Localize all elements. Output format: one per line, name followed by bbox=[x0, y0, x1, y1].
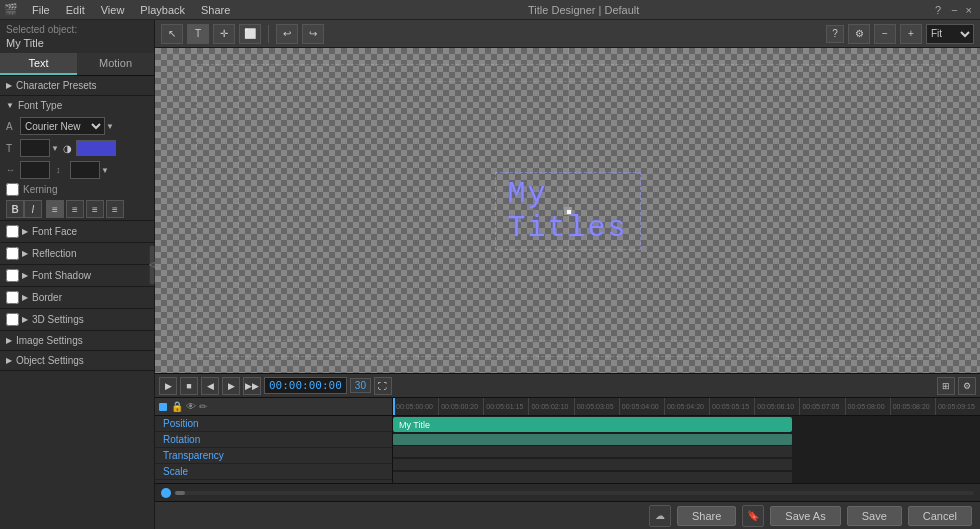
border-header[interactable]: ▶ Border bbox=[0, 287, 154, 308]
image-settings-header[interactable]: ▶ Image Settings bbox=[0, 331, 154, 350]
eye-icon[interactable]: 👁 bbox=[186, 401, 196, 412]
border-label: Border bbox=[32, 292, 62, 303]
timeline-body: 🔒 👁 ✏ Position Rotation Transparency bbox=[155, 398, 980, 483]
save-button[interactable]: Save bbox=[847, 506, 902, 526]
tool-settings[interactable]: ⚙ bbox=[848, 24, 870, 44]
rotation-row: Rotation bbox=[155, 432, 392, 448]
scale-row: Scale bbox=[155, 464, 392, 480]
timeline-ruler: 00:05:00:00 00:05:00:20 00:05:01:15 00:0… bbox=[393, 398, 980, 416]
timeline-tracks[interactable]: 00:05:00:00 00:05:00:20 00:05:01:15 00:0… bbox=[393, 398, 980, 483]
playhead[interactable] bbox=[393, 398, 395, 415]
cancel-button[interactable]: Cancel bbox=[908, 506, 972, 526]
position-track[interactable] bbox=[393, 434, 792, 445]
timeline: ▶ ■ ◀ ▶ ▶▶ 00:00:00:00 30 ⛶ ⊞ ⚙ bbox=[155, 373, 980, 501]
save-as-button[interactable]: Save As bbox=[770, 506, 840, 526]
close-icon[interactable]: × bbox=[962, 4, 976, 16]
next-frame-button[interactable]: ▶ bbox=[222, 377, 240, 395]
timeline-position-dot[interactable] bbox=[161, 488, 171, 498]
tl-settings-button[interactable]: ⚙ bbox=[958, 377, 976, 395]
arrow-icon-object: ▶ bbox=[6, 356, 12, 365]
tab-motion[interactable]: Motion bbox=[77, 53, 154, 75]
canvas-area[interactable]: My Titles bbox=[155, 48, 980, 373]
tool-help[interactable]: ? bbox=[826, 25, 844, 43]
timeline-scrollbar[interactable] bbox=[175, 491, 974, 495]
tool-zoom-out[interactable]: − bbox=[874, 24, 896, 44]
align-right-button[interactable]: ≡ bbox=[86, 200, 104, 218]
tracking-arrow: ▼ bbox=[101, 166, 109, 175]
toolbar: ↖ T ✛ ⬜ ↩ ↪ ? ⚙ − + Fit 25% 50% 75% 100% bbox=[155, 20, 980, 48]
tracking-x-input[interactable]: 0 bbox=[20, 161, 50, 179]
italic-button[interactable]: I bbox=[24, 200, 42, 218]
menu-share[interactable]: Share bbox=[193, 4, 238, 16]
font-face-header[interactable]: ▶ Font Face bbox=[0, 221, 154, 242]
align-justify-button[interactable]: ≡ bbox=[106, 200, 124, 218]
ruler-mark-11: 00:05:08:20 bbox=[890, 398, 935, 415]
timecode-display[interactable]: 00:00:00:00 bbox=[264, 377, 347, 394]
font-family-select[interactable]: Courier New Arial Times New Roman bbox=[20, 117, 105, 135]
fps-display[interactable]: 30 bbox=[350, 378, 371, 393]
prev-frame-button[interactable]: ◀ bbox=[201, 377, 219, 395]
main-clip[interactable]: My Title bbox=[393, 417, 792, 432]
font-color-swatch[interactable] bbox=[76, 140, 116, 156]
tracking-y-input[interactable]: 0 bbox=[70, 161, 100, 179]
scale-track[interactable] bbox=[393, 472, 792, 483]
tool-zoom-in[interactable]: + bbox=[900, 24, 922, 44]
cloud-icon-button[interactable]: ☁ bbox=[649, 505, 671, 527]
kerning-checkbox[interactable] bbox=[6, 183, 19, 196]
clip-area[interactable]: My Title bbox=[393, 416, 980, 483]
tool-text[interactable]: T bbox=[187, 24, 209, 44]
italic-icon: I bbox=[32, 204, 35, 215]
lock-icon[interactable]: 🔒 bbox=[171, 401, 183, 412]
rotation-track[interactable] bbox=[393, 446, 792, 457]
tool-redo[interactable]: ↪ bbox=[302, 24, 324, 44]
tool-undo[interactable]: ↩ bbox=[276, 24, 298, 44]
opacity-icon: ◑ bbox=[63, 143, 72, 154]
tab-text[interactable]: Text bbox=[0, 53, 77, 75]
menu-edit[interactable]: Edit bbox=[58, 4, 93, 16]
tool-select[interactable]: ↖ bbox=[161, 24, 183, 44]
zoom-select[interactable]: Fit 25% 50% 75% 100% bbox=[926, 24, 974, 44]
fast-forward-button[interactable]: ▶▶ bbox=[243, 377, 261, 395]
align-center-button[interactable]: ≡ bbox=[66, 200, 84, 218]
reflection-header[interactable]: ▶ Reflection bbox=[0, 243, 154, 264]
edit-icon[interactable]: ✏ bbox=[199, 401, 207, 412]
arrow-icon-image: ▶ bbox=[6, 336, 12, 345]
minimize-icon[interactable]: − bbox=[947, 4, 961, 16]
3d-checkbox[interactable] bbox=[6, 313, 19, 326]
ruler-mark-3: 00:05:02:10 bbox=[528, 398, 573, 415]
ruler-mark-9: 00:05:07:05 bbox=[799, 398, 844, 415]
bold-button[interactable]: B bbox=[6, 200, 24, 218]
tool-shape[interactable]: ⬜ bbox=[239, 24, 261, 44]
tab-row: Text Motion bbox=[0, 53, 154, 76]
tl-layout-button[interactable]: ⊞ bbox=[937, 377, 955, 395]
stop-button[interactable]: ■ bbox=[180, 377, 198, 395]
bold-icon: B bbox=[11, 204, 18, 215]
font-shadow-checkbox[interactable] bbox=[6, 269, 19, 282]
transparency-track[interactable] bbox=[393, 459, 792, 470]
format-row: B I ≡ ≡ ≡ ≡ bbox=[0, 198, 154, 220]
menu-view[interactable]: View bbox=[93, 4, 133, 16]
menu-playback[interactable]: Playback bbox=[132, 4, 193, 16]
share-button[interactable]: Share bbox=[677, 506, 736, 526]
scrollbar-thumb[interactable] bbox=[175, 491, 185, 495]
font-face-checkbox[interactable] bbox=[6, 225, 19, 238]
font-shadow-header[interactable]: ▶ Font Shadow bbox=[0, 265, 154, 286]
play-button[interactable]: ▶ bbox=[159, 377, 177, 395]
3d-settings-header[interactable]: ▶ 3D Settings bbox=[0, 309, 154, 330]
bookmark-icon-button[interactable]: 🔖 bbox=[742, 505, 764, 527]
reflection-checkbox[interactable] bbox=[6, 247, 19, 260]
font-type-header[interactable]: ▼ Font Type bbox=[0, 96, 154, 115]
help-icon[interactable]: ? bbox=[929, 4, 947, 16]
border-checkbox[interactable] bbox=[6, 291, 19, 304]
fullscreen-button[interactable]: ⛶ bbox=[374, 377, 392, 395]
font-size-input[interactable]: 24 bbox=[20, 139, 50, 157]
character-presets-header[interactable]: ▶ Character Presets bbox=[0, 76, 154, 95]
image-settings-label: Image Settings bbox=[16, 335, 83, 346]
chevron-down-icon: ▼ bbox=[106, 122, 114, 131]
tool-move[interactable]: ✛ bbox=[213, 24, 235, 44]
timeline-footer bbox=[155, 483, 980, 501]
handle-br[interactable] bbox=[566, 209, 572, 215]
align-left-button[interactable]: ≡ bbox=[46, 200, 64, 218]
menu-file[interactable]: File bbox=[24, 4, 58, 16]
object-settings-header[interactable]: ▶ Object Settings bbox=[0, 351, 154, 370]
